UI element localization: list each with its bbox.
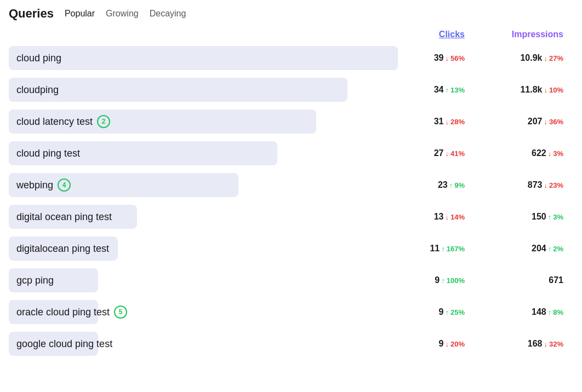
query-text: cloud ping [9,47,69,70]
clicks-delta-value: 100% [447,276,465,285]
column-headers: Clicks Impressions [398,30,573,39]
metrics-cell: 9100%671 [398,275,573,285]
query-badge: 4 [58,178,71,192]
impressions-delta-arrow [548,213,552,221]
impressions-delta-arrow [544,86,547,94]
impressions-delta-arrow [544,54,547,62]
query-label: oracle cloud ping test [16,307,110,318]
query-text: digitalocean ping test [9,238,117,260]
clicks-delta-value: 9% [454,181,465,189]
query-cell: cloud ping test [9,141,398,165]
impressions-value: 671 [549,275,563,285]
clicks-delta-value: 20% [450,340,465,348]
impressions-metric: 6223% [469,148,568,158]
table-row[interactable]: google cloud ping test920%16832% [9,328,573,359]
clicks-delta-arrow [445,149,449,158]
query-text: digital ocean ping test [9,206,119,228]
impressions-metric: 16832% [469,339,568,349]
tab-growing[interactable]: Growing [104,8,141,20]
metrics-cell: 1314%1503% [398,212,573,222]
impressions-metric: 10.9k27% [469,53,568,63]
tab-popular[interactable]: Popular [62,8,97,20]
clicks-value: 9 [439,307,444,317]
impressions-delta-value: 27% [549,54,563,62]
clicks-delta-value: 56% [450,54,465,62]
table-body: cloud ping3956%10.9k27%cloudping3413%11.… [9,43,573,359]
query-cell: oracle cloud ping test5 [9,300,398,324]
query-badge: 2 [97,115,110,128]
metrics-cell: 925%1488% [398,307,573,317]
query-text: oracle cloud ping test5 [9,300,135,324]
clicks-delta-value: 41% [450,149,465,158]
clicks-value: 31 [434,117,444,126]
query-label: cloud ping [16,53,61,64]
impressions-value: 150 [532,212,546,222]
impressions-value: 207 [528,117,543,126]
impressions-delta-value: 10% [549,86,563,94]
impressions-delta-value: 8% [553,308,563,316]
clicks-delta-arrow [445,86,449,94]
table-row[interactable]: cloud ping test2741%6223% [9,138,573,169]
query-badge: 5 [114,305,127,319]
query-label: webping [16,180,53,191]
query-cell: webping4 [9,173,398,197]
clicks-delta-arrow [445,308,449,316]
metrics-cell: 920%16832% [398,339,573,349]
query-label: digitalocean ping test [16,243,109,255]
impressions-delta-arrow [548,149,552,158]
table-row[interactable]: cloudping3413%11.8k10% [9,74,573,105]
clicks-delta-arrow [445,54,449,62]
table-row[interactable]: cloud latency test23128%20736% [9,106,573,137]
query-label: cloudping [16,84,59,96]
clicks-value: 11 [430,244,440,253]
tab-decaying[interactable]: Decaying [147,8,189,20]
query-label: gcp ping [16,275,54,286]
query-label: google cloud ping test [16,338,112,350]
clicks-metric: 9100% [398,275,469,285]
clicks-column-header[interactable]: Clicks [398,30,469,39]
clicks-delta-arrow [445,213,449,221]
query-cell: digitalocean ping test [9,237,398,261]
impressions-metric: 2042% [469,244,568,253]
query-text: gcp ping [9,269,61,292]
clicks-metric: 239% [398,180,469,190]
queries-table: Clicks Impressions cloud ping3956%10.9k2… [9,30,573,359]
table-row[interactable]: webping4239%87323% [9,170,573,200]
clicks-delta-arrow [441,276,445,285]
clicks-metric: 925% [398,307,469,317]
query-text: google cloud ping test [9,333,120,355]
clicks-metric: 920% [398,339,469,349]
metrics-cell: 3956%10.9k27% [398,53,573,63]
impressions-delta-arrow [548,245,552,253]
table-row[interactable]: oracle cloud ping test5925%1488% [9,297,573,327]
query-cell: digital ocean ping test [9,205,398,229]
impressions-delta-value: 2% [553,245,563,253]
table-row[interactable]: gcp ping9100%671 [9,265,573,296]
clicks-metric: 3413% [398,85,469,95]
clicks-delta-arrow [445,118,449,126]
metrics-cell: 3128%20736% [398,117,573,126]
table-row[interactable]: cloud ping3956%10.9k27% [9,43,573,73]
clicks-value: 27 [434,148,444,158]
clicks-value: 9 [439,339,444,349]
impressions-value: 873 [528,180,543,190]
clicks-metric: 1314% [398,212,469,222]
table-row[interactable]: digitalocean ping test11167%2042% [9,233,573,264]
clicks-metric: 3128% [398,117,469,126]
clicks-delta-value: 28% [450,118,465,126]
table-header: Clicks Impressions [9,30,573,43]
impressions-value: 148 [532,307,546,317]
table-row[interactable]: digital ocean ping test1314%1503% [9,201,573,232]
clicks-delta-value: 167% [447,245,465,253]
impressions-value: 11.8k [520,85,542,95]
impressions-delta-value: 3% [553,149,563,158]
impressions-metric: 671 [469,275,568,285]
impressions-delta-value: 32% [549,340,563,348]
impressions-delta-value: 3% [553,213,563,221]
impressions-delta-arrow [544,118,547,126]
impressions-value: 10.9k [520,53,542,63]
query-text: webping4 [9,173,78,197]
main-container: Queries Popular Growing Decaying Clicks … [0,0,582,366]
impressions-metric: 11.8k10% [469,85,568,95]
query-text: cloudping [9,79,66,101]
